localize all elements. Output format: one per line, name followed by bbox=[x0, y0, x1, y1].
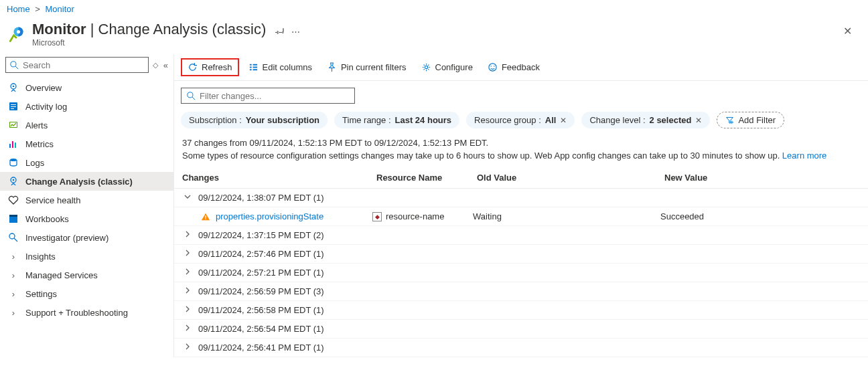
table-row[interactable]: 09/11/2024, 2:56:59 PM EDT (3) bbox=[174, 282, 868, 301]
sidebar-item-activity-log[interactable]: Activity log bbox=[0, 97, 173, 116]
sidebar-item-support[interactable]: › Support + Troubleshooting bbox=[0, 303, 173, 322]
chevron-right-icon[interactable] bbox=[182, 343, 193, 353]
svg-rect-14 bbox=[15, 142, 16, 148]
svg-rect-26 bbox=[252, 67, 257, 68]
row-timestamp: 09/11/2024, 2:57:21 PM EDT (1) bbox=[198, 268, 324, 278]
pill-subscription[interactable]: Subscription : Your subscription bbox=[181, 112, 328, 128]
svg-rect-9 bbox=[11, 108, 14, 109]
svg-rect-23 bbox=[249, 67, 251, 68]
pill-change-level[interactable]: Change level : 2 selected ✕ bbox=[581, 112, 710, 128]
table-row[interactable]: 09/11/2024, 2:56:41 PM EDT (1) bbox=[174, 339, 868, 357]
sidebar-item-service-health[interactable]: Service health bbox=[0, 191, 173, 209]
svg-point-30 bbox=[490, 66, 492, 67]
row-timestamp: 09/12/2024, 1:37:15 PM EDT (2) bbox=[198, 230, 324, 240]
sidebar: ◇ « Overview Activity log Alerts Metrics… bbox=[0, 54, 173, 357]
svg-point-20 bbox=[9, 233, 15, 239]
chevron-right-icon: › bbox=[8, 307, 19, 318]
sidebar-item-metrics[interactable]: Metrics bbox=[0, 134, 173, 153]
chevron-right-icon[interactable] bbox=[182, 268, 193, 278]
svg-point-2 bbox=[11, 61, 16, 66]
configure-button[interactable]: Configure bbox=[416, 60, 478, 75]
sidebar-item-logs[interactable]: Logs bbox=[0, 153, 173, 172]
publisher-label: Microsoft bbox=[32, 38, 266, 47]
svg-rect-36 bbox=[205, 215, 206, 218]
expand-icon[interactable]: ◇ bbox=[151, 60, 159, 71]
breadcrumb-home[interactable]: Home bbox=[7, 4, 30, 14]
sidebar-item-overview[interactable]: Overview bbox=[0, 78, 173, 97]
col-new[interactable]: New Value bbox=[664, 173, 860, 183]
property-link[interactable]: properties.provisioningState bbox=[216, 211, 323, 221]
chevron-right-icon[interactable] bbox=[182, 230, 193, 240]
edit-columns-button[interactable]: Edit columns bbox=[243, 60, 317, 75]
change-row[interactable]: properties.provisioningState◆resource-na… bbox=[174, 207, 868, 226]
sidebar-item-label: Workbooks bbox=[25, 214, 69, 224]
chevron-right-icon[interactable] bbox=[182, 249, 193, 259]
col-old[interactable]: Old Value bbox=[477, 173, 664, 183]
col-resource[interactable]: Resource Name bbox=[376, 173, 477, 183]
svg-rect-7 bbox=[11, 104, 16, 105]
sidebar-item-insights[interactable]: › Insights bbox=[0, 247, 173, 266]
pin-icon[interactable] bbox=[275, 26, 285, 37]
row-timestamp: 09/11/2024, 2:56:41 PM EDT (1) bbox=[198, 343, 324, 353]
sidebar-item-investigator[interactable]: Investigator (preview) bbox=[0, 228, 173, 247]
search-icon bbox=[187, 92, 196, 100]
row-timestamp: 09/11/2024, 2:57:46 PM EDT (1) bbox=[198, 249, 324, 259]
chevron-down-icon[interactable] bbox=[182, 193, 193, 203]
table-row[interactable]: 09/11/2024, 2:57:21 PM EDT (1) bbox=[174, 264, 868, 282]
clear-icon[interactable]: ✕ bbox=[695, 116, 702, 125]
table-body: 09/12/2024, 1:38:07 PM EDT (1)properties… bbox=[174, 189, 868, 357]
svg-point-28 bbox=[425, 66, 427, 68]
pill-time-range[interactable]: Time range : Last 24 hours bbox=[334, 112, 459, 128]
svg-line-21 bbox=[14, 238, 17, 242]
pin-icon bbox=[327, 62, 337, 72]
table-row[interactable]: 09/12/2024, 1:38:07 PM EDT (1) bbox=[174, 189, 868, 207]
sidebar-search[interactable] bbox=[5, 57, 149, 73]
svg-rect-19 bbox=[9, 215, 17, 217]
sidebar-item-change-analysis[interactable]: Change Analysis (classic) bbox=[0, 172, 173, 191]
sidebar-item-label: Insights bbox=[25, 252, 56, 262]
chevron-right-icon: > bbox=[35, 4, 40, 14]
collapse-sidebar-icon[interactable]: « bbox=[162, 59, 169, 72]
search-input[interactable] bbox=[23, 60, 144, 70]
chevron-right-icon[interactable] bbox=[182, 305, 193, 315]
learn-more-link[interactable]: Learn more bbox=[782, 151, 826, 161]
chevron-right-icon[interactable] bbox=[182, 324, 193, 334]
col-changes[interactable]: Changes bbox=[182, 173, 376, 183]
sidebar-item-alerts[interactable]: Alerts bbox=[0, 116, 173, 134]
table-row[interactable]: 09/11/2024, 2:56:54 PM EDT (1) bbox=[174, 320, 868, 339]
clear-icon[interactable]: ✕ bbox=[560, 116, 567, 125]
svg-rect-12 bbox=[9, 144, 11, 148]
breadcrumb-monitor[interactable]: Monitor bbox=[46, 4, 74, 14]
pill-resource-group[interactable]: Resource group : All ✕ bbox=[466, 112, 575, 128]
activity-log-icon bbox=[8, 101, 19, 112]
refresh-icon bbox=[188, 62, 198, 72]
sidebar-item-workbooks[interactable]: Workbooks bbox=[0, 209, 173, 228]
svg-rect-37 bbox=[205, 218, 206, 219]
svg-point-1 bbox=[17, 30, 20, 33]
resource-icon: ◆ bbox=[372, 212, 382, 221]
logs-icon bbox=[8, 157, 19, 168]
svg-rect-13 bbox=[12, 141, 13, 148]
sidebar-item-settings[interactable]: › Settings bbox=[0, 284, 173, 303]
svg-point-17 bbox=[13, 179, 15, 181]
filter-changes-input[interactable] bbox=[181, 88, 355, 104]
pin-filters-button[interactable]: Pin current filters bbox=[321, 60, 412, 75]
feedback-button[interactable]: Feedback bbox=[482, 60, 545, 75]
more-icon[interactable]: ⋯ bbox=[291, 27, 300, 37]
alerts-icon bbox=[8, 120, 19, 130]
add-filter-button[interactable]: Add Filter bbox=[717, 112, 784, 128]
chevron-right-icon[interactable] bbox=[182, 286, 193, 296]
table-row[interactable]: 09/11/2024, 2:56:58 PM EDT (1) bbox=[174, 301, 868, 320]
columns-icon bbox=[248, 62, 259, 72]
sidebar-item-label: Managed Services bbox=[25, 270, 98, 280]
refresh-button[interactable]: Refresh bbox=[181, 58, 239, 76]
sidebar-item-managed-services[interactable]: › Managed Services bbox=[0, 266, 173, 284]
svg-point-5 bbox=[13, 86, 15, 88]
filter-add-icon bbox=[725, 116, 734, 124]
table-row[interactable]: 09/11/2024, 2:57:46 PM EDT (1) bbox=[174, 245, 868, 264]
close-button[interactable]: ✕ bbox=[834, 21, 861, 41]
sidebar-item-label: Overview bbox=[25, 83, 62, 93]
main-content: Refresh Edit columns Pin current filters… bbox=[173, 54, 868, 357]
table-row[interactable]: 09/12/2024, 1:37:15 PM EDT (2) bbox=[174, 226, 868, 245]
svg-rect-8 bbox=[11, 106, 16, 107]
